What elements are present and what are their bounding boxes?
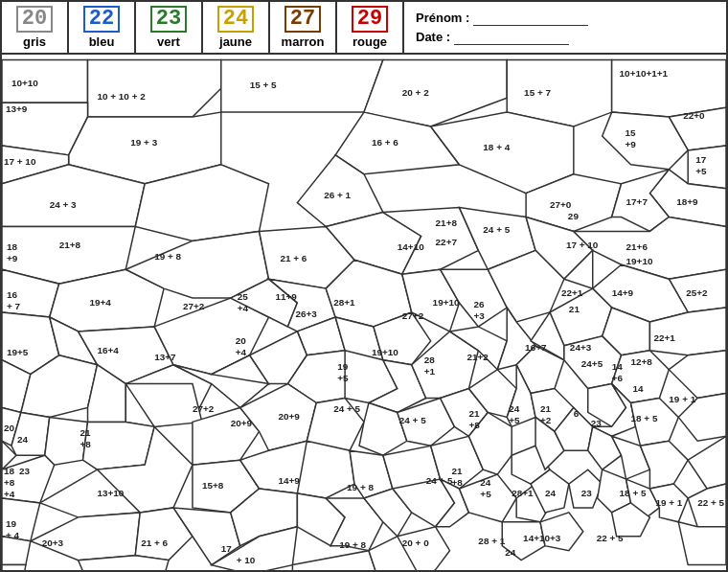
expr-15+9: 15 (626, 127, 637, 138)
number-27: 27 (284, 6, 321, 33)
number-23: 23 (150, 6, 187, 33)
expr-12+8: 12+8 (631, 356, 653, 367)
expr-6: 6 (574, 408, 580, 419)
expr-20+3b: 20+3 (42, 538, 64, 548)
label-jaune: jaune (219, 34, 252, 49)
expr-13+9: 13+9 (6, 103, 28, 114)
expr-25+2: 25+2 (686, 287, 708, 298)
expr-24-area2: 24 (545, 488, 557, 498)
label-marron: marron (282, 34, 325, 49)
expr-14+6b: +6 (612, 373, 624, 383)
expr-15+9b: +9 (626, 139, 637, 149)
region-small15 (688, 436, 726, 489)
expr-15+8c: 15+8 (202, 480, 224, 491)
expr-24+3d: 24+3 (570, 342, 592, 353)
expr-24b2: 24 (505, 547, 516, 558)
expr-21+8h: 21 (468, 408, 480, 419)
expr-19+8c: 19 + 8 (347, 482, 374, 492)
expr-14+10: 14+10 (398, 241, 424, 252)
color-box-rouge: 29 rouge (337, 2, 404, 53)
region-small10 (83, 422, 155, 469)
expr-21+6b: 21+6 (626, 241, 648, 252)
expr-24+5j: 24+5 (581, 358, 603, 369)
expr-18+5c: +8 (4, 477, 15, 488)
region-tiny4 (2, 565, 26, 570)
region-19+1 (640, 441, 688, 489)
expr-19+10c: 19+10 (372, 347, 398, 357)
expr-22+5: 22 + 5 (697, 497, 724, 508)
date-underline (454, 30, 569, 45)
expr-18+5d: +4 (4, 489, 15, 499)
expr-24+5o: 24 (480, 477, 491, 488)
expr-19+4a: 19+4 (90, 297, 112, 308)
expr-14+9: 14+9 (612, 287, 634, 298)
expr-27+2: 27+2 (183, 301, 205, 311)
expr-17+10b: + 10 (237, 555, 256, 565)
expr-20+9b: 20+9 (278, 411, 300, 422)
expr-19+10b: 19+10 (433, 297, 460, 308)
prenom-line: Prénom : (416, 11, 588, 26)
prenom-underline (473, 11, 588, 26)
color-box-bleu: 22 bleu (69, 2, 136, 53)
expr-20+9: 20+9 (231, 418, 253, 428)
expr-23: 23 (19, 466, 31, 476)
expr-27+0-29: 27+0 (550, 199, 572, 210)
expr-19+8: 19 + 8 (154, 251, 181, 262)
expr-23d: 23 (581, 488, 593, 498)
expr-19+3: 19 + 3 (130, 137, 157, 148)
expr-22+1b: 22+1 (561, 287, 583, 298)
expr-17+7: 17+7 (626, 196, 648, 207)
date-label: Date : (416, 30, 450, 44)
expr-15+5: 15 + 5 (250, 80, 277, 90)
expr-19+5: 19+5 (7, 347, 29, 357)
expr-10+10+1+1: 10+10+1+1 (620, 68, 669, 79)
color-box-vert: 23 vert (136, 2, 203, 53)
expr-21+2d: +2 (540, 415, 552, 425)
expr-19+4g: + 4 (6, 530, 20, 540)
number-29: 29 (352, 6, 388, 33)
expr-21+8j: +8 (452, 477, 464, 488)
label-vert: vert (157, 34, 180, 49)
region-10+10+2 (88, 59, 221, 117)
expr-13+7: 13+7 (154, 352, 176, 362)
expr-24b: 24 (17, 434, 29, 445)
expr-21+8e: 21+8 (436, 217, 458, 228)
expr-21+8f: 21 (80, 427, 92, 438)
color-box-gris: 20 gris (2, 2, 69, 53)
number-24: 24 (217, 6, 254, 33)
expr-21+2: 21+2 (466, 352, 489, 362)
expr-28+1d: +1 (424, 366, 436, 377)
expr-14: 14 (633, 383, 645, 394)
expr-17+5: 17 (695, 154, 707, 165)
expr-25+4b: +4 (238, 303, 249, 313)
expr-28+1f: 28 + 1 (478, 536, 505, 546)
expr-21+8a: 21+8 (59, 240, 81, 250)
expr-24+5l: 24 + 5 (399, 415, 426, 425)
header-row: 20 gris 22 bleu 23 vert 24 jaune 27 marr… (2, 2, 726, 55)
expr-16+7c: 16+7 (525, 342, 547, 353)
region-small23 (292, 551, 378, 570)
expr-19+1: 19 + 1 (669, 394, 695, 404)
drawing-area: 10+10 10 + 10 + 2 15 + 5 20 + 2 15 + 7 1… (2, 55, 726, 570)
expr-18+4: 18 + 4 (483, 142, 510, 152)
expr-16+7b: + 7 (7, 301, 21, 311)
expr-21+6d: 21 + 6 (141, 538, 168, 548)
expr-11+9: 11+9 (275, 291, 297, 302)
expr-19+4f: 19 (6, 518, 17, 529)
region-15+5 (221, 59, 383, 112)
expr-14+10+3: 14+10+3 (523, 533, 561, 543)
expr-18+9: 18+9 (676, 196, 698, 207)
expr-24+5k: 24 + 5 (333, 403, 360, 414)
expr-20+4: 20 (236, 335, 247, 346)
expr-18+5f: 18 + 5 (620, 488, 647, 498)
expr-22+1c: 22+1 (653, 332, 675, 343)
label-rouge: rouge (353, 34, 387, 49)
expr-20+2: 20 + 2 (402, 87, 429, 98)
expr-18-bottom: 18 (4, 466, 15, 476)
expr-19+8d: 19 + 8 (339, 539, 366, 550)
expr-29: 29 (568, 211, 580, 221)
expr-19-area: 19 (337, 361, 349, 372)
expr-24+5m: +5 (509, 415, 520, 425)
expr-28+1e: 28+1 (512, 488, 534, 498)
expr-24+5n: 24 + 5 (426, 475, 453, 486)
